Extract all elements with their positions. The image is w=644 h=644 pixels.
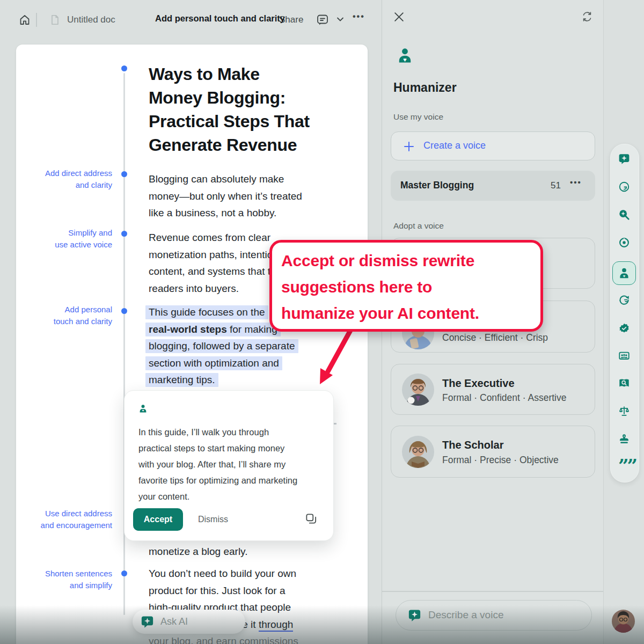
doc-line: content, and systems that turn xyxy=(149,263,286,280)
app-window: Untitled doc Share ••• Add direct addres… xyxy=(0,0,644,644)
doc-title[interactable]: Untitled doc xyxy=(67,14,115,25)
annotation-add-direct-address[interactable]: Add direct address and clarity xyxy=(21,167,112,191)
humanizer-person-icon: ♥ xyxy=(397,47,413,64)
accept-button[interactable]: Accept xyxy=(133,508,183,531)
more-button[interactable]: ••• xyxy=(353,12,365,21)
search-sparkle-icon[interactable] xyxy=(618,209,630,221)
highlighted-text[interactable]: marketing tips. xyxy=(149,371,218,389)
copy-button[interactable] xyxy=(304,512,318,526)
doc-line: monetize a blog early. xyxy=(149,543,247,560)
describe-voice-placeholder: Describe a voice xyxy=(428,609,503,621)
voice-card-executive[interactable]: The Executive Formal · Confident · Asser… xyxy=(391,364,595,415)
callout-line: humanize your AI content. xyxy=(281,300,479,326)
instruction-callout: Accept or dismiss rewrite suggestions he… xyxy=(269,240,543,332)
voice-master-blogging[interactable]: Master Blogging 51 ••• xyxy=(391,171,595,201)
suggestion-dot[interactable] xyxy=(121,570,127,576)
scales-icon[interactable] xyxy=(618,405,630,417)
suggestion-dot[interactable] xyxy=(121,308,127,314)
plus-icon xyxy=(403,141,415,152)
adopt-voice-label: Adopt a voice xyxy=(393,221,444,231)
panel-right-edge xyxy=(603,0,604,644)
goals-target-icon[interactable] xyxy=(618,237,630,248)
panel-title: Humanizer xyxy=(393,80,457,95)
svg-text:♥: ♥ xyxy=(623,274,626,279)
voice-name: Master Blogging xyxy=(400,180,474,191)
doc-line: product for this. Just look for a xyxy=(149,582,286,599)
callout-line: suggestions here to xyxy=(281,274,432,300)
stamp-icon[interactable] xyxy=(618,433,630,445)
doc-line: Revenue comes from clear xyxy=(149,229,270,246)
create-voice-button[interactable]: Create a voice xyxy=(391,131,595,160)
linked-word[interactable]: through xyxy=(259,619,293,632)
copy-icon xyxy=(304,512,318,526)
highlighted-text[interactable]: This guide focuses on the xyxy=(149,304,268,321)
book-search-icon[interactable] xyxy=(618,377,630,389)
suggestion-title: Add personal touch and clarity xyxy=(155,13,285,24)
doc-line: monetization paths, intentional xyxy=(149,246,287,264)
svg-text:♥: ♥ xyxy=(403,56,407,63)
rewrite-suggestion-card: ♥ Add personal touch and clarity In this… xyxy=(124,390,334,541)
highlighted-text[interactable]: real-world steps for making xyxy=(149,321,281,338)
doc-heading-line: Money Blogging: xyxy=(149,86,310,109)
chevron-down-icon xyxy=(336,16,345,23)
paraphrase-icon[interactable] xyxy=(618,295,630,306)
suggestion-dot[interactable] xyxy=(121,231,127,237)
voice-avatar xyxy=(402,436,434,468)
ask-ai-placeholder: Ask AI xyxy=(160,616,188,627)
panel-bottom-divider xyxy=(382,591,603,592)
dismiss-button[interactable]: Dismiss xyxy=(198,515,228,524)
share-dropdown[interactable] xyxy=(336,16,345,23)
ask-ai-input[interactable]: Ask AI xyxy=(133,610,245,634)
user-avatar[interactable] xyxy=(612,610,635,633)
goals-icon xyxy=(316,13,330,27)
svg-text:♥: ♥ xyxy=(142,409,144,412)
annotation-shorten[interactable]: Shorten sentences and simplify xyxy=(21,568,112,591)
annotation-encouragement[interactable]: Use direct address and encouragement xyxy=(21,508,112,531)
home-icon xyxy=(18,13,31,26)
refresh-icon xyxy=(581,10,594,23)
doc-line: money—but only when it’s treated xyxy=(149,188,302,205)
topbar-divider xyxy=(36,13,37,27)
quotes-icon[interactable]: ”” xyxy=(618,460,630,472)
suggestion-dot[interactable] xyxy=(121,65,127,71)
humanizer-person-icon[interactable]: ♥ xyxy=(618,267,630,279)
doc-heading: Ways to Make Money Blogging: Practical S… xyxy=(149,62,310,157)
voice-name: The Scholar xyxy=(442,439,503,451)
doc-line: your blog, and earn commissions xyxy=(149,633,298,644)
voice-traits: Formal · Precise · Objective xyxy=(442,455,559,466)
grammarly-g-icon[interactable] xyxy=(618,181,630,193)
voice-card-scholar[interactable]: The Scholar Formal · Precise · Objective xyxy=(391,426,595,478)
highlighted-text[interactable]: blogging, followed by a separate xyxy=(149,338,298,355)
doc-heading-line: Practical Steps That xyxy=(149,109,310,133)
audience-icon[interactable] xyxy=(618,350,630,362)
home-button[interactable] xyxy=(18,13,31,26)
badge-check-icon[interactable] xyxy=(618,323,630,334)
voice-avatar xyxy=(402,374,434,406)
doc-line: readers into buyers. xyxy=(149,280,239,297)
voice-traits: Formal · Confident · Assertive xyxy=(442,392,566,404)
refresh-button[interactable] xyxy=(581,10,594,23)
doc-heading-line: Generate Revenue xyxy=(149,133,310,157)
ai-chat-icon[interactable] xyxy=(618,153,630,165)
doc-line: like a business, not a hobby. xyxy=(149,204,276,222)
voice-count: 51 xyxy=(551,180,561,191)
goals-button[interactable] xyxy=(316,13,330,27)
close-icon xyxy=(393,11,405,23)
describe-voice-input[interactable]: Describe a voice xyxy=(396,600,592,631)
callout-line: Accept or dismiss rewrite xyxy=(281,247,474,274)
voice-traits: Concise · Efficient · Crisp xyxy=(442,332,548,343)
highlighted-text[interactable]: section with optimization and xyxy=(149,355,282,372)
ai-chat-icon xyxy=(141,615,154,628)
suggestion-body: In this guide, I’ll walk you through pra… xyxy=(138,424,297,504)
doc-line: You don’t need to build your own xyxy=(149,565,296,582)
voice-menu-button[interactable]: ••• xyxy=(570,178,582,187)
voice-name: The Executive xyxy=(442,377,515,390)
suggestion-dot[interactable] xyxy=(121,171,127,177)
doc-line: Blogging can absolutely make xyxy=(149,171,284,188)
doc-heading-line: Ways to Make xyxy=(149,62,310,86)
close-panel-button[interactable] xyxy=(393,11,405,23)
annotation-simplify[interactable]: Simplify and use active voice xyxy=(21,227,112,251)
document-icon xyxy=(49,14,61,26)
annotation-personal-touch[interactable]: Add personal touch and clarity xyxy=(21,304,112,327)
use-my-voice-label: Use my voice xyxy=(393,112,443,122)
